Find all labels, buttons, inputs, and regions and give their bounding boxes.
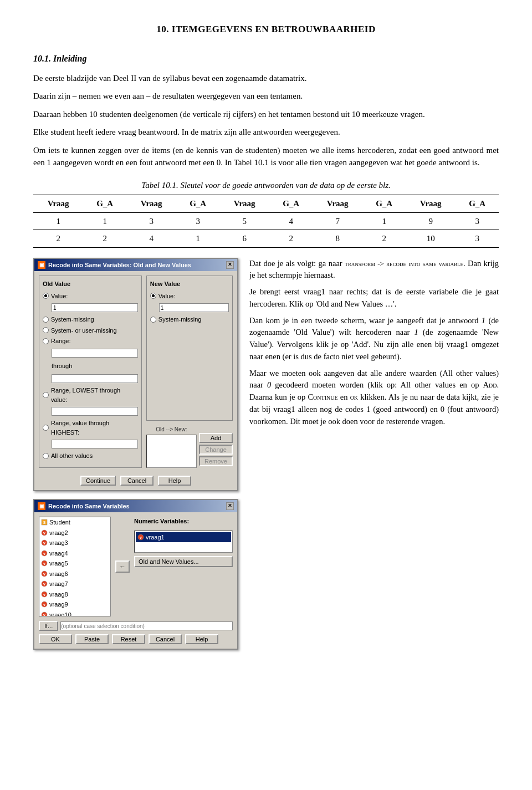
cell-2-1: 2: [33, 230, 83, 248]
data-table: Vraag G_A Vraag G_A Vraag G_A Vraag G_A …: [33, 195, 499, 248]
new-value-label: New Value: [150, 279, 229, 289]
list-item-vraag2[interactable]: v vraag2: [39, 528, 110, 538]
vraag3-icon: v: [41, 539, 48, 546]
transfer-arrow-button[interactable]: ←: [115, 560, 130, 573]
radio-lowest[interactable]: Range, LOWEST through value:: [43, 386, 138, 404]
list-item-vraag10[interactable]: v vraag10: [39, 610, 110, 617]
ok-button[interactable]: OK: [39, 634, 72, 644]
old-value-input[interactable]: [52, 303, 138, 312]
radio-range[interactable]: Range:: [43, 337, 138, 346]
dialog2-body: S Student v vraag2 v vraag3 v vraag4: [34, 512, 237, 621]
old-new-values-button[interactable]: Old and New Values...: [134, 556, 233, 567]
old-new-listbox: [146, 435, 197, 468]
help-button[interactable]: Help: [158, 476, 191, 486]
lowest-input[interactable]: [52, 407, 138, 416]
radio-value[interactable]: Value:: [43, 292, 138, 301]
cell-2-4: 1: [176, 230, 219, 248]
dialog1-close-button[interactable]: ✕: [226, 261, 234, 269]
col-header-4: G_A: [176, 195, 219, 213]
old-new-label: Old --> New:: [146, 425, 197, 434]
paragraph-4: Elke student heeft iedere vraag beantwoo…: [33, 126, 499, 139]
cell-1-6: 4: [269, 212, 313, 230]
list-item-vraag8[interactable]: v vraag8: [39, 589, 110, 600]
change-button[interactable]: Change: [199, 445, 233, 455]
cell-2-3: 4: [126, 230, 176, 248]
cancel-button-2[interactable]: Cancel: [149, 634, 182, 644]
vraag9-icon: v: [41, 601, 48, 608]
paragraph-3: Daaraan hebben 10 studenten deelgenomen …: [33, 108, 499, 121]
cancel-button[interactable]: Cancel: [120, 476, 154, 486]
radio-system-missing[interactable]: System-missing: [43, 315, 138, 324]
list-item-vraag4-label: vraag4: [49, 549, 68, 558]
radio-circle-newval: [150, 293, 156, 299]
list-item-vraag3[interactable]: v vraag3: [39, 538, 110, 548]
dialog2-title-left: ▣ Recode into Same Variables: [38, 502, 130, 511]
col-header-3: Vraag: [126, 195, 176, 213]
highest-input[interactable]: [52, 440, 138, 448]
cell-2-9: 10: [406, 230, 456, 248]
col-header-1: Vraag: [33, 195, 83, 213]
list-item-vraag6[interactable]: v vraag6: [39, 569, 110, 579]
cell-2-6: 2: [269, 230, 313, 248]
content-area: ▣ Recode into Same Variables: Old and Ne…: [33, 258, 499, 650]
vraag2-icon: v: [41, 529, 48, 536]
radio-circle-new-sysmiss: [150, 317, 156, 323]
table-row: 1 1 3 3 5 4 7 1 9 3: [33, 212, 499, 230]
radio-all-other[interactable]: All other values: [43, 451, 138, 461]
cell-1-9: 9: [406, 212, 456, 230]
continue-button[interactable]: Continue: [80, 476, 116, 486]
svg-text:v: v: [43, 603, 45, 606]
radio-circle-range: [43, 338, 49, 344]
old-new-buttons: Add Change Remove: [199, 423, 233, 466]
dialog1-title-text: Recode into Same Variables: Old and New …: [48, 261, 191, 270]
cell-1-4: 3: [176, 212, 219, 230]
col-header-10: G_A: [456, 195, 499, 213]
svg-text:v: v: [43, 613, 45, 616]
radio-circle-sysmiss: [43, 317, 49, 323]
dialog1-icon: ▣: [38, 261, 45, 269]
svg-text:v: v: [43, 572, 45, 576]
paragraph-5: Om iets te kunnen zeggen over de items (…: [33, 144, 499, 169]
radio-new-sysmiss-label: System-missing: [158, 315, 202, 324]
dialog2-close-button[interactable]: ✕: [226, 502, 234, 510]
if-button[interactable]: If...: [39, 621, 58, 631]
vraag4-icon: v: [41, 550, 48, 557]
list-item-vraag4[interactable]: v vraag4: [39, 548, 110, 559]
new-value-panel: New Value Value: System-missing: [146, 276, 233, 421]
radio-new-value[interactable]: Value:: [150, 292, 229, 301]
dialog2-titlebar: ▣ Recode into Same Variables ✕: [34, 500, 237, 513]
list-item-vraag9[interactable]: v vraag9: [39, 599, 110, 610]
numeric-variables-listbox[interactable]: v vraag1: [134, 531, 233, 553]
vraag8-icon: v: [41, 591, 48, 598]
remove-button[interactable]: Remove: [199, 456, 233, 466]
list-item-vraag7[interactable]: v vraag7: [39, 579, 110, 589]
paste-button[interactable]: Paste: [75, 634, 109, 644]
list-item-student[interactable]: S Student: [39, 517, 110, 528]
range-from-input[interactable]: [52, 349, 138, 358]
help-button-2[interactable]: Help: [185, 634, 218, 644]
radio-circle-allother: [43, 453, 49, 459]
new-value-radio-group: Value: System-missing: [150, 292, 229, 324]
svg-text:v: v: [43, 562, 45, 565]
radio-new-sysmiss[interactable]: System-missing: [150, 315, 229, 324]
radio-circle-lowest: [43, 392, 49, 398]
svg-text:v: v: [43, 541, 45, 545]
radio-system-user-missing[interactable]: System- or user-missing: [43, 326, 138, 335]
list-item-vraag9-label: vraag9: [49, 600, 68, 609]
variables-listbox[interactable]: S Student v vraag2 v vraag3 v vraag4: [39, 517, 111, 616]
add-button[interactable]: Add: [199, 433, 233, 443]
dialog1-title-left: ▣ Recode into Same Variables: Old and Ne…: [38, 261, 191, 270]
screenshots-column: ▣ Recode into Same Variables: Old and Ne…: [33, 258, 238, 650]
through-label: through: [52, 361, 138, 371]
col-header-5: Vraag: [219, 195, 269, 213]
range-to-input[interactable]: [52, 374, 138, 383]
radio-value-label: Value:: [51, 292, 68, 301]
reset-button[interactable]: Reset: [112, 634, 145, 644]
list-item-vraag5[interactable]: v vraag5: [39, 558, 110, 569]
radio-highest-label: Range, value through HIGHEST:: [51, 419, 138, 437]
new-value-input[interactable]: [159, 303, 229, 312]
if-condition-input[interactable]: [60, 621, 233, 630]
radio-highest[interactable]: Range, value through HIGHEST:: [43, 419, 138, 437]
radio-newval-label: Value:: [158, 292, 175, 301]
dialog1-titlebar: ▣ Recode into Same Variables: Old and Ne…: [34, 259, 237, 272]
